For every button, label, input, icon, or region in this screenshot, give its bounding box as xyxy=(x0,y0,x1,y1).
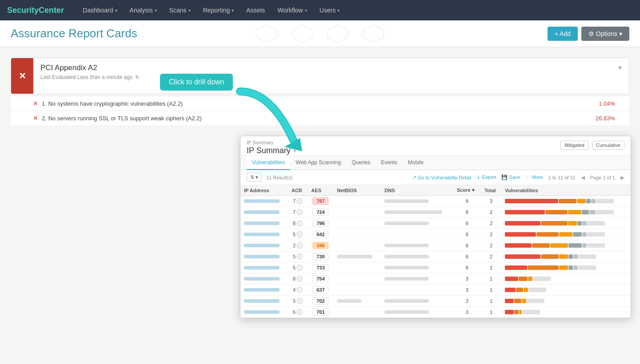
cell-netbios xyxy=(333,218,381,229)
table-row[interactable]: 670131 xyxy=(240,307,631,318)
toggle-cumulative[interactable]: Cumulative xyxy=(592,141,624,150)
nav-analysis-caret: ▾ xyxy=(155,8,157,13)
cell-aes: 724 xyxy=(308,207,333,218)
add-button[interactable]: + Add xyxy=(548,27,578,41)
table-row[interactable]: 573062 xyxy=(240,251,631,262)
table-row[interactable]: 778793 xyxy=(240,196,631,207)
cell-acr: 7 xyxy=(288,207,308,218)
drill-down-tooltip: Click to drill down xyxy=(160,74,233,91)
export-link[interactable]: ⤓ Export xyxy=(476,174,496,180)
cell-dns xyxy=(381,307,453,318)
cell-dns xyxy=(381,229,453,240)
col-dns[interactable]: DNS xyxy=(381,185,453,196)
cell-dns xyxy=(381,251,453,262)
table-row[interactable]: 573362 xyxy=(240,262,631,273)
table-row[interactable]: 234662 xyxy=(240,240,631,251)
report-card-title: PCI Appendix A2 xyxy=(40,63,604,72)
table-row[interactable]: 463731 xyxy=(240,285,631,296)
nav-users[interactable]: Users ▾ xyxy=(314,4,345,16)
table-row[interactable]: 772482 xyxy=(240,207,631,218)
hex-shape-3 xyxy=(327,24,349,44)
tab-queries[interactable]: Queries xyxy=(346,156,376,170)
cell-score: 6 xyxy=(453,240,481,251)
cell-score: 6 xyxy=(453,218,481,229)
cell-ip xyxy=(240,240,288,251)
col-ip-address[interactable]: IP Address xyxy=(240,185,288,196)
go-to-icon: ↗ xyxy=(412,174,416,180)
table-row[interactable]: 564262 xyxy=(240,229,631,240)
page-label: Page 1 of 1 xyxy=(590,175,615,180)
refresh-icon[interactable]: ↻ xyxy=(135,74,140,80)
svg-marker-2 xyxy=(328,25,348,43)
nav-scans[interactable]: Scans ▾ xyxy=(164,4,196,16)
cell-vulnerabilities xyxy=(501,207,631,218)
cell-aes: 730 xyxy=(308,251,333,262)
col-score[interactable]: Score ▾ xyxy=(453,185,481,196)
go-to-vuln-detail-link[interactable]: ↗ Go to Vulnerability Detail xyxy=(412,174,472,180)
nav-reporting[interactable]: Reporting ▾ xyxy=(198,4,240,16)
cell-aes: 702 xyxy=(308,296,333,307)
cell-total: 2 xyxy=(481,218,501,229)
nav-dashboard[interactable]: Dashboard ▾ xyxy=(77,4,123,16)
item-fail-icon-1: ✕ xyxy=(33,100,38,107)
col-aes[interactable]: AES xyxy=(308,185,333,196)
more-link[interactable]: ⋮ More xyxy=(525,174,543,180)
cell-total: 2 xyxy=(481,262,501,273)
col-netbios[interactable]: NetBIOS xyxy=(333,185,381,196)
nav-assets[interactable]: Assets xyxy=(241,4,270,16)
cell-dns xyxy=(381,207,453,218)
tab-mobile[interactable]: Mobile xyxy=(403,156,429,170)
cell-vulnerabilities xyxy=(501,196,631,207)
cell-aes: 754 xyxy=(308,273,333,285)
svg-marker-1 xyxy=(292,25,312,43)
table-row[interactable]: 875431 xyxy=(240,273,631,285)
cell-ip xyxy=(240,262,288,273)
table-row[interactable]: 879662 xyxy=(240,218,631,229)
nav-workflow[interactable]: Workflow ▾ xyxy=(272,4,312,16)
hex-shape-1 xyxy=(256,24,278,44)
tab-events[interactable]: Events xyxy=(376,156,403,170)
cell-aes: 642 xyxy=(308,229,333,240)
nav-dashboard-caret: ▾ xyxy=(115,8,117,13)
table-body: 7787937724828796625642622346625730625733… xyxy=(240,196,631,318)
fail-indicator: ✕ xyxy=(11,58,33,94)
col-acr[interactable]: ACR xyxy=(288,185,308,196)
cell-score: 6 xyxy=(453,229,481,240)
toggle-mitigated[interactable]: Mitigated xyxy=(560,141,588,150)
save-link[interactable]: 💾 Save xyxy=(501,174,520,180)
table-row[interactable]: 570231 xyxy=(240,296,631,307)
toolbar-actions: ↗ Go to Vulnerability Detail ⤓ Export 💾 … xyxy=(412,174,624,181)
cell-score: 6 xyxy=(453,251,481,262)
options-button[interactable]: ⚙ Options ▾ xyxy=(581,27,629,41)
header-decoration xyxy=(256,24,384,44)
fail-x-icon: ✕ xyxy=(19,71,26,81)
data-table: IP Address ACR AES NetBIOS DNS Score ▾ T… xyxy=(240,185,631,318)
cell-netbios xyxy=(333,296,381,307)
svg-marker-3 xyxy=(363,25,384,43)
cell-score: 3 xyxy=(453,296,481,307)
cell-total: 2 xyxy=(481,207,501,218)
cell-netbios xyxy=(333,273,381,285)
cell-netbios xyxy=(333,207,381,218)
nav-reporting-caret: ▾ xyxy=(232,8,234,13)
cell-netbios xyxy=(333,229,381,240)
nav-analysis[interactable]: Analysis ▾ xyxy=(124,4,162,16)
next-page-btn[interactable]: ▶ xyxy=(620,174,624,181)
cell-score: 6 xyxy=(453,262,481,273)
item-score-1: 1.04% xyxy=(599,100,622,107)
cell-score: 8 xyxy=(453,207,481,218)
cell-netbios xyxy=(333,196,381,207)
cell-vulnerabilities xyxy=(501,273,631,285)
brand-logo: SecurityCenter xyxy=(7,6,64,15)
prev-page-btn[interactable]: ◀ xyxy=(581,174,585,181)
header-actions: + Add ⚙ Options ▾ xyxy=(548,27,629,41)
cell-ip xyxy=(240,296,288,307)
table-header-row: IP Address ACR AES NetBIOS DNS Score ▾ T… xyxy=(240,185,631,196)
report-card-chevron[interactable]: ▾ xyxy=(611,58,629,94)
nav-users-caret: ▾ xyxy=(337,8,340,13)
col-vulnerabilities[interactable]: Vulnerabilities xyxy=(501,185,631,196)
col-total[interactable]: Total xyxy=(481,185,501,196)
cell-acr: 5 xyxy=(288,262,308,273)
cell-total: 1 xyxy=(481,273,501,285)
nav-scans-caret: ▾ xyxy=(188,8,191,13)
